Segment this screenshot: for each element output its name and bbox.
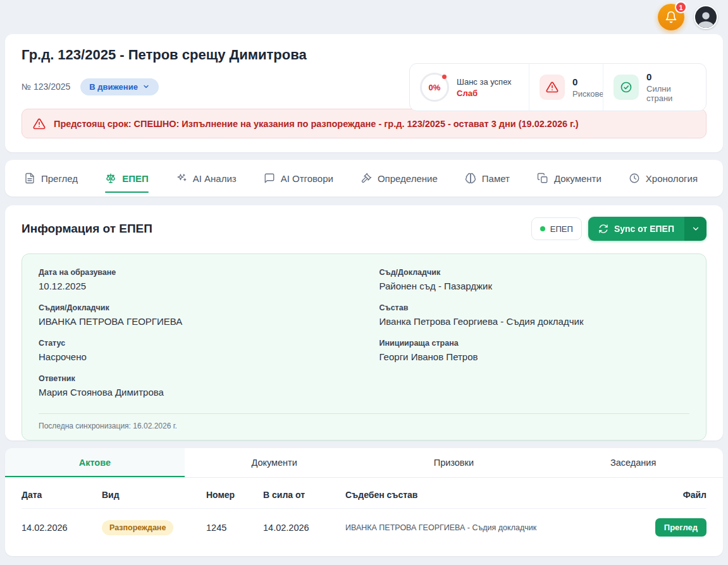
field-sad-dokladchik: Съд/Докладчик Районен съд - Пазарджик: [379, 268, 690, 292]
col-header-number: Номер: [206, 490, 263, 500]
notifications-button[interactable]: 1: [658, 4, 684, 30]
tab-dokumenti[interactable]: Документи: [537, 160, 602, 197]
scales-icon: [105, 173, 116, 184]
tab-opredelenie[interactable]: Определение: [361, 160, 438, 197]
tab-pregled[interactable]: Преглед: [24, 160, 78, 197]
col-header-type: Вид: [102, 490, 206, 500]
preview-button[interactable]: Преглед: [655, 518, 706, 537]
field-data-obrazuvane: Дата на образуване 10.12.2025: [39, 268, 349, 292]
records-tab-dokumenti[interactable]: Документи: [185, 448, 364, 477]
field-value: Иванка Петрова Георгиева - Съдия докладч…: [379, 316, 690, 327]
table-row: 14.02.2026 Разпореждане 1245 14.02.2026 …: [22, 509, 706, 547]
topbar: 1: [0, 0, 728, 34]
epep-data-panel: Дата на образуване 10.12.2025 Съд/Доклад…: [22, 253, 706, 440]
cell-number: 1245: [206, 523, 263, 533]
tab-label: Памет: [482, 173, 510, 184]
tab-hronologia[interactable]: Хронология: [629, 160, 698, 197]
tab-epep[interactable]: ЕПЕП: [105, 160, 149, 197]
tab-pamet[interactable]: Памет: [465, 160, 510, 197]
field-label: Дата на образуване: [39, 268, 349, 277]
sync-options-button[interactable]: [684, 217, 706, 241]
gavel-icon: [361, 173, 372, 184]
epep-badge-label: ЕПЕП: [550, 224, 573, 234]
records-tab-prizovki[interactable]: Призовки: [364, 448, 544, 477]
sync-button-label: Sync от ЕПЕП: [614, 224, 674, 234]
strengths-count: 0: [646, 71, 696, 82]
documents-icon: [537, 173, 548, 184]
col-header-file: Файл: [637, 490, 706, 500]
act-type-badge: Разпореждане: [102, 520, 173, 535]
sync-split-button: Sync от ЕПЕП: [588, 217, 706, 241]
check-circle-icon: [614, 75, 639, 100]
records-tab-aktove[interactable]: Актове: [5, 448, 185, 477]
clock-icon: [629, 173, 640, 184]
deadline-alert-banner: Предстоящ срок: СПЕШНО: Изпълнение на ук…: [22, 109, 706, 138]
records-tabbar: Актове Документи Призовки Заседания: [5, 448, 723, 478]
sync-epep-button[interactable]: Sync от ЕПЕП: [588, 217, 684, 241]
tab-label: Определение: [378, 173, 438, 184]
cell-panel: ИВАНКА ПЕТРОВА ГЕОРГИЕВА - Съдия докладч…: [345, 523, 637, 532]
stat-level: Слаб: [457, 88, 512, 98]
field-value: Георги Иванов Петров: [379, 351, 690, 363]
records-tab-zasedania[interactable]: Заседания: [543, 448, 723, 477]
success-chance-percent: 0%: [429, 83, 441, 92]
status-label: В движение: [89, 82, 138, 92]
tab-ai-otgovori[interactable]: AI Отговори: [264, 160, 333, 197]
field-label: Съд/Докладчик: [379, 268, 690, 277]
field-value: Насрочено: [39, 351, 349, 363]
case-status-dropdown[interactable]: В движение: [80, 78, 159, 95]
field-label: Съдия/Докладчик: [39, 303, 349, 313]
cell-file: Преглед: [637, 518, 706, 537]
bell-icon: [665, 11, 677, 23]
case-number: № 123/2025: [22, 82, 70, 92]
tab-ai-analiz[interactable]: AI Анализ: [176, 160, 237, 197]
field-label: Състав: [379, 303, 690, 313]
last-sync-text: Последна синхронизация: 16.02.2026 г.: [39, 422, 689, 431]
chat-icon: [264, 173, 275, 184]
field-value: Мария Стоянова Димитрова: [39, 387, 349, 398]
section-title: Информация от ЕПЕП: [22, 222, 152, 236]
notification-count-badge: 1: [675, 1, 687, 13]
tab-label: AI Анализ: [193, 173, 237, 184]
cell-in-force: 14.02.2026: [263, 523, 345, 533]
col-header-date: Дата: [22, 490, 102, 500]
field-sastav: Състав Иванка Петрова Георгиева - Съдия …: [379, 303, 690, 327]
epep-status-badge: ЕПЕП: [531, 217, 582, 240]
epep-info-card: Информация от ЕПЕП ЕПЕП Sync от ЕПЕП: [5, 205, 723, 440]
document-icon: [24, 173, 35, 184]
tab-label: AI Отговори: [281, 173, 333, 184]
page-title: Гр.д. 123/2025 - Петров срещу Димитрова: [22, 47, 706, 63]
green-dot-icon: [540, 226, 545, 231]
field-initsiirashta-strana: Инициираща страна Георги Иванов Петров: [379, 339, 690, 363]
user-avatar[interactable]: [694, 5, 718, 29]
stat-strengths: 0 Силни страни: [603, 64, 706, 111]
stat-risks: 0 Рискове: [529, 64, 603, 111]
alert-text: Предстоящ срок: СПЕШНО: Изпълнение на ук…: [54, 119, 579, 129]
table-header-row: Дата Вид Номер В сила от Съдебен състав …: [22, 479, 706, 509]
epep-fields-grid: Дата на образуване 10.12.2025 Съд/Доклад…: [39, 268, 689, 398]
case-header-card: Гр.д. 123/2025 - Петров срещу Димитрова …: [5, 34, 723, 152]
risks-count: 0: [572, 76, 604, 87]
stat-success-chance: 0% Шанс за успех Слаб: [410, 64, 529, 111]
field-sadia-dokladchik: Съдия/Докладчик ИВАНКА ПЕТРОВА ГЕОРГИЕВА: [39, 303, 349, 327]
tab-label: Преглед: [41, 173, 78, 184]
brain-icon: [465, 173, 476, 184]
cell-date: 14.02.2026: [22, 523, 102, 533]
records-card: Актове Документи Призовки Заседания Дата…: [5, 448, 723, 556]
tab-label: ЕПЕП: [122, 173, 149, 184]
stat-label: Шанс за успех: [457, 77, 512, 87]
ring-marker-dot: [442, 75, 447, 79]
col-header-in-force: В сила от: [263, 490, 345, 500]
warning-triangle-icon: [540, 75, 565, 100]
field-value: 10.12.2025: [39, 281, 349, 292]
chevron-down-icon: [691, 224, 700, 233]
warning-triangle-icon: [33, 118, 46, 130]
divider: [39, 413, 689, 414]
field-value: ИВАНКА ПЕТРОВА ГЕОРГИЕВА: [39, 316, 349, 327]
field-label: Ответник: [39, 374, 349, 384]
sparkles-icon: [176, 173, 187, 184]
tab-label: Хронология: [646, 173, 698, 184]
cell-type: Разпореждане: [102, 520, 206, 535]
acts-table: Дата Вид Номер В сила от Съдебен състав …: [5, 478, 723, 556]
case-stats-panel: 0% Шанс за успех Слаб 0 Рискове: [409, 63, 706, 111]
